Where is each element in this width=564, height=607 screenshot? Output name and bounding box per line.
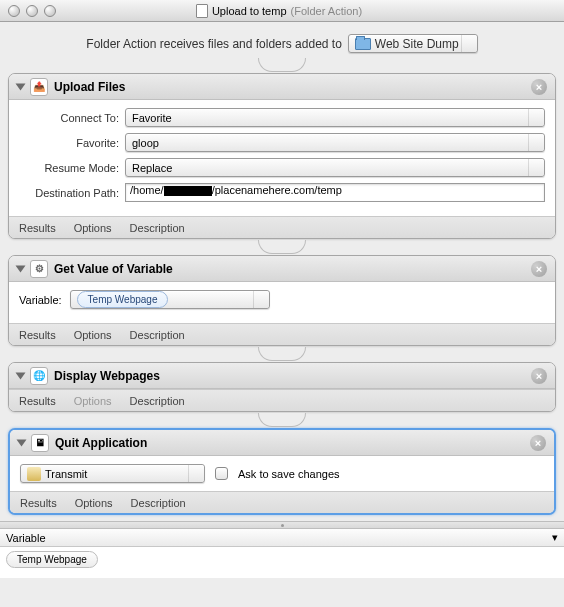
disclosure-triangle-icon[interactable]	[17, 439, 27, 446]
resume-mode-popup[interactable]: Replace	[125, 158, 545, 177]
finder-icon: 🖥	[31, 434, 49, 452]
traffic-lights	[8, 5, 56, 17]
description-tab[interactable]: Description	[131, 497, 186, 509]
results-tab[interactable]: Results	[19, 395, 56, 407]
remove-action-button[interactable]: ×	[531, 368, 547, 384]
results-tab[interactable]: Results	[19, 222, 56, 234]
action-quit-application: 🖥 Quit Application × Transmit Ask to sav…	[8, 428, 556, 515]
action-display-webpages: 🌐 Display Webpages × Results Options Des…	[8, 362, 556, 412]
action-header[interactable]: ⚙ Get Value of Variable ×	[9, 256, 555, 282]
action-header[interactable]: 📤 Upload Files ×	[9, 74, 555, 100]
variable-pill: Temp Webpage	[77, 291, 169, 308]
options-tab[interactable]: Options	[74, 329, 112, 341]
action-title: Display Webpages	[54, 369, 160, 383]
connect-to-popup[interactable]: Favorite	[125, 108, 545, 127]
action-header[interactable]: 🖥 Quit Application ×	[10, 430, 554, 456]
flow-connector	[258, 413, 306, 427]
flow-connector	[258, 240, 306, 254]
variable-label: Variable:	[19, 294, 62, 306]
action-upload-files: 📤 Upload Files × Connect To: Favorite Fa…	[8, 73, 556, 239]
description-tab[interactable]: Description	[130, 222, 185, 234]
disclosure-triangle-icon[interactable]	[16, 265, 26, 272]
favorite-popup[interactable]: gloop	[125, 133, 545, 152]
variable-panel: Variable ▾ Temp Webpage	[0, 529, 564, 578]
variable-item[interactable]: Temp Webpage	[6, 551, 98, 568]
minimize-window-button[interactable]	[26, 5, 38, 17]
upload-icon: 📤	[30, 78, 48, 96]
variable-column-header[interactable]: Variable ▾	[0, 529, 564, 547]
options-tab[interactable]: Options	[74, 395, 112, 407]
gear-icon: ⚙	[30, 260, 48, 278]
disclosure-triangle-icon[interactable]	[16, 372, 26, 379]
folder-icon	[355, 38, 371, 50]
favorite-label: Favorite:	[19, 137, 119, 149]
description-tab[interactable]: Description	[130, 395, 185, 407]
destination-path-label: Destination Path:	[19, 187, 119, 199]
action-title: Get Value of Variable	[54, 262, 173, 276]
action-get-value-of-variable: ⚙ Get Value of Variable × Variable: Temp…	[8, 255, 556, 346]
action-title: Quit Application	[55, 436, 147, 450]
workflow-input-row: Folder Action receives files and folders…	[0, 22, 564, 59]
workflow-input-folder-value: Web Site Dump	[375, 37, 459, 51]
zoom-window-button[interactable]	[44, 5, 56, 17]
options-tab[interactable]: Options	[74, 222, 112, 234]
document-icon	[196, 4, 208, 18]
variable-popup[interactable]: Temp Webpage	[70, 290, 270, 309]
application-popup[interactable]: Transmit	[20, 464, 205, 483]
action-header[interactable]: 🌐 Display Webpages ×	[9, 363, 555, 389]
disclosure-triangle-icon[interactable]	[16, 83, 26, 90]
app-icon	[27, 467, 41, 481]
remove-action-button[interactable]: ×	[531, 261, 547, 277]
options-tab[interactable]: Options	[75, 497, 113, 509]
destination-path-field[interactable]: /home//placenamehere.com/temp	[125, 183, 545, 202]
redacted-text	[164, 186, 212, 196]
resume-mode-label: Resume Mode:	[19, 162, 119, 174]
window-subtitle: (Folder Action)	[291, 5, 363, 17]
workflow-input-folder-popup[interactable]: Web Site Dump	[348, 34, 478, 53]
pane-splitter[interactable]	[0, 521, 564, 529]
ask-to-save-label: Ask to save changes	[238, 468, 340, 480]
results-tab[interactable]: Results	[20, 497, 57, 509]
flow-connector	[258, 347, 306, 361]
action-title: Upload Files	[54, 80, 125, 94]
window-title: Upload to temp	[212, 5, 287, 17]
remove-action-button[interactable]: ×	[531, 79, 547, 95]
close-window-button[interactable]	[8, 5, 20, 17]
globe-icon: 🌐	[30, 367, 48, 385]
results-tab[interactable]: Results	[19, 329, 56, 341]
remove-action-button[interactable]: ×	[530, 435, 546, 451]
connect-to-label: Connect To:	[19, 112, 119, 124]
description-tab[interactable]: Description	[130, 329, 185, 341]
sort-indicator-icon: ▾	[552, 531, 558, 544]
flow-connector	[258, 58, 306, 72]
window-titlebar: Upload to temp (Folder Action)	[0, 0, 564, 22]
ask-to-save-checkbox[interactable]	[215, 467, 228, 480]
workflow-input-label: Folder Action receives files and folders…	[86, 37, 341, 51]
